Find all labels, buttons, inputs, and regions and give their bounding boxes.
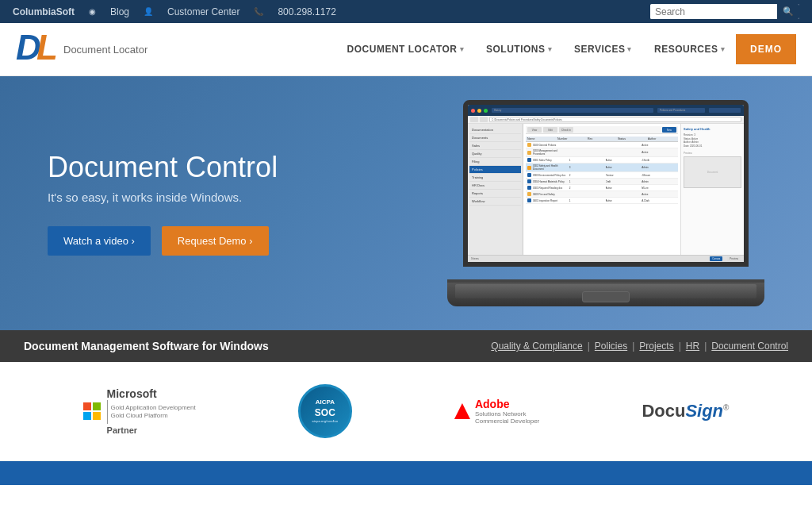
bottom-bar-title: Document Management Software for Windows	[24, 340, 491, 352]
adobe-sub2: Commercial Developer	[475, 418, 539, 425]
aicpa-partner: AICPA SOC aicpa.org/soc4so	[298, 384, 352, 438]
request-demo-button[interactable]: Request Demo ›	[162, 226, 269, 256]
separator: |	[679, 341, 681, 352]
adobe-name: Adobe	[475, 398, 539, 410]
nav-document-locator[interactable]: DOCUMENT LOCATOR ▾	[336, 37, 475, 61]
chevron-down-icon: ▾	[627, 45, 632, 53]
phone-number: 800.298.1172	[278, 6, 335, 17]
laptop-screen: History Policies and Procedures C:\Docum…	[463, 100, 749, 267]
bottom-bar: Document Management Software for Windows…	[0, 330, 812, 362]
brand-link[interactable]: ColumbiaSoft	[13, 6, 75, 17]
nav-solutions[interactable]: SOLUTIONS ▾	[475, 37, 563, 61]
microsoft-text: Microsoft Gold Application Development G…	[107, 387, 196, 435]
hero-section: Document Control It's so easy, it works …	[0, 76, 812, 330]
adobe-logo-icon	[454, 403, 470, 419]
partner-label: Partner	[107, 425, 196, 435]
ms-yellow-square	[93, 412, 101, 420]
adobe-sub: Solutions Network	[475, 410, 539, 418]
link-policies[interactable]: Policies	[595, 341, 627, 352]
hero-subtitle: It's so easy, it works inside Windows.	[48, 190, 349, 204]
separator: |	[632, 341, 634, 352]
adobe-partner: Adobe Solutions Network Commercial Devel…	[454, 398, 539, 425]
logo-area: D L Document Locator	[16, 31, 336, 67]
microsoft-tagline1: Gold Application Development	[111, 404, 196, 412]
microsoft-logo-icon	[83, 402, 101, 420]
main-nav: DOCUMENT LOCATOR ▾ SOLUTIONS ▾ SERVICES …	[336, 34, 796, 64]
chevron-down-icon: ▾	[548, 45, 553, 53]
header: D L Document Locator DOCUMENT LOCATOR ▾ …	[0, 23, 812, 76]
watch-video-button[interactable]: Watch a video ›	[48, 226, 151, 256]
user-icon: 👤	[144, 7, 153, 16]
microsoft-partner: Microsoft Gold Application Development G…	[83, 387, 196, 435]
logo-dl[interactable]: D L	[16, 31, 57, 67]
hero-title: Document Control	[48, 151, 349, 184]
chevron-down-icon: ▾	[721, 45, 726, 53]
partners-section: Microsoft Gold Application Development G…	[0, 362, 812, 461]
hero-laptop-image: History Policies and Procedures C:\Docum…	[349, 100, 764, 306]
ms-blue-square	[83, 412, 91, 420]
aicpa-logo: AICPA SOC aicpa.org/soc4so	[298, 384, 352, 438]
separator: |	[704, 341, 707, 352]
docusign-partner: DocuSign®	[642, 401, 729, 421]
nav-services[interactable]: SERVICES ▾	[563, 37, 643, 61]
ms-green-square	[93, 402, 101, 410]
separator: |	[588, 341, 590, 352]
microsoft-tagline2: Gold Cloud Platform	[111, 412, 196, 420]
laptop-touchpad	[582, 291, 630, 302]
bottom-links: Quality & Compliance | Policies | Projec…	[491, 341, 788, 352]
demo-button[interactable]: DEMO	[736, 34, 796, 64]
link-quality-compliance[interactable]: Quality & Compliance	[491, 341, 582, 352]
laptop: History Policies and Procedures C:\Docum…	[447, 100, 764, 306]
phone-icon: 📞	[254, 7, 263, 16]
nav-resources[interactable]: RESOURCES ▾	[643, 37, 736, 61]
hero-text: Document Control It's so easy, it works …	[48, 151, 349, 256]
link-hr[interactable]: HR	[686, 341, 699, 352]
laptop-base	[447, 283, 764, 306]
docusign-logo: DocuSign®	[642, 401, 729, 421]
customer-center-link[interactable]: Customer Center	[167, 6, 239, 17]
logo-text: Document Locator	[63, 44, 147, 56]
blue-strip	[0, 461, 812, 485]
search-button[interactable]: 🔍	[777, 4, 799, 19]
ms-red-square	[83, 402, 91, 410]
registered-icon: ®	[723, 403, 729, 412]
chevron-down-icon: ▾	[460, 45, 465, 53]
search-input[interactable]	[650, 5, 777, 19]
blog-link[interactable]: Blog	[110, 6, 129, 17]
hero-buttons: Watch a video › Request Demo ›	[48, 226, 349, 256]
svg-text:L: L	[36, 31, 56, 63]
microsoft-partner-label: Microsoft	[107, 387, 196, 400]
rss-icon: ◉	[89, 7, 96, 16]
link-document-control[interactable]: Document Control	[711, 341, 788, 352]
adobe-text: Adobe Solutions Network Commercial Devel…	[475, 398, 539, 425]
link-projects[interactable]: Projects	[639, 341, 673, 352]
search-form: 🔍	[650, 4, 799, 19]
top-bar: ColumbiaSoft ◉ Blog 👤 Customer Center 📞 …	[0, 0, 812, 23]
